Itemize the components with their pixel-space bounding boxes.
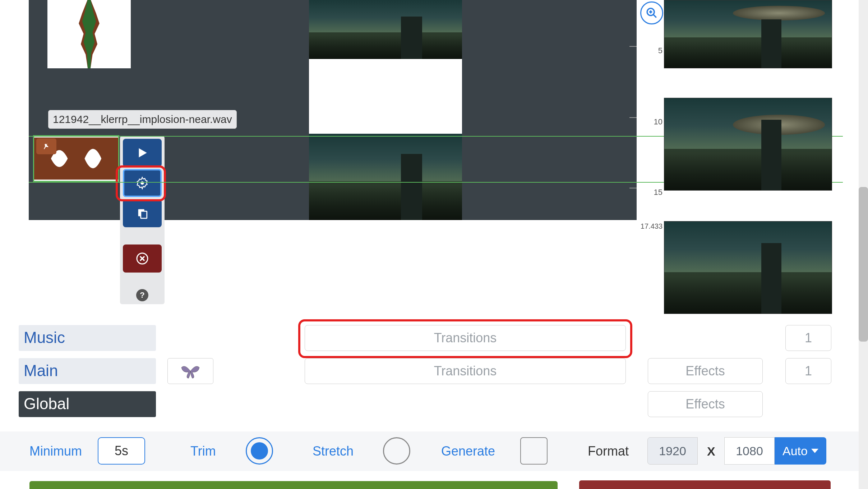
stretch-toggle[interactable] [383,437,410,465]
close-circle-icon [136,252,149,265]
video-frame-preview[interactable] [309,134,462,220]
track-label-global[interactable]: Global [19,391,156,417]
settings-button[interactable] [123,169,162,197]
copy-icon [136,207,148,219]
format-label: Format [588,444,629,459]
trim-label: Trim [190,444,216,459]
audio-clip-thumbnail[interactable] [47,0,131,68]
storyboard-column [664,0,832,314]
track-label-music[interactable]: Music [19,325,156,351]
video-frame-blank[interactable] [309,59,462,134]
gear-icon [135,176,149,190]
play-icon [135,146,149,160]
ruler-tick: 15 [654,188,662,197]
help-button[interactable]: ? [136,289,148,301]
audio-clip-filename: 121942__klerrp__implosion-near.wav [48,110,237,129]
trim-toggle[interactable] [246,437,273,465]
generate-toggle[interactable] [520,437,548,465]
ruler-tick: 10 [654,117,662,127]
effects-button-global[interactable]: Effects [648,391,763,417]
storyboard-frame[interactable] [664,0,832,68]
stretch-label: Stretch [313,444,354,459]
delete-button[interactable] [123,244,162,273]
minimum-label: Minimum [29,444,82,459]
selected-audio-clip[interactable] [33,135,119,182]
scrollbar-thumb[interactable] [859,187,868,342]
clip-context-toolbar: ? [120,136,165,304]
generate-label: Generate [441,444,495,459]
track-count-music[interactable]: 1 [785,325,831,351]
bottom-control-bar: Minimum Trim Stretch Generate Format 192… [0,431,868,471]
timeline-canvas[interactable]: 121942__klerrp__implosion-near.wav ? [29,0,637,220]
minimum-input[interactable] [98,437,145,465]
duplicate-button[interactable] [123,199,162,227]
time-ruler: 5 10 15 17.433 [637,0,664,230]
track-label-main[interactable]: Main [19,358,156,384]
storyboard-frame[interactable] [664,98,832,191]
waveform-icon [47,0,131,68]
auto-label: Auto [782,444,808,458]
pin-icon[interactable] [36,138,56,154]
svg-rect-2 [141,211,147,218]
transitions-button-main[interactable]: Transitions [305,358,626,384]
play-button[interactable] [123,139,162,167]
secondary-action-button[interactable] [579,480,831,489]
video-frame-preview[interactable] [309,0,462,59]
track-count-main[interactable]: 1 [785,358,831,384]
height-display: 1080 [724,437,775,465]
clip-thumbnail-butterfly[interactable] [167,358,213,384]
effects-button-main[interactable]: Effects [648,358,763,384]
width-display: 1920 [647,437,698,465]
transitions-button-music[interactable]: Transitions [305,325,626,351]
auto-format-dropdown[interactable]: Auto [775,437,826,465]
dimension-separator: X [707,444,715,458]
storyboard-frame[interactable] [664,221,832,314]
ruler-tick: 17.433 [641,222,662,230]
chevron-down-icon [811,449,818,453]
butterfly-icon [180,362,201,380]
vertical-scrollbar[interactable] [859,0,868,489]
ruler-tick: 5 [658,46,662,55]
primary-action-button[interactable] [29,481,558,489]
